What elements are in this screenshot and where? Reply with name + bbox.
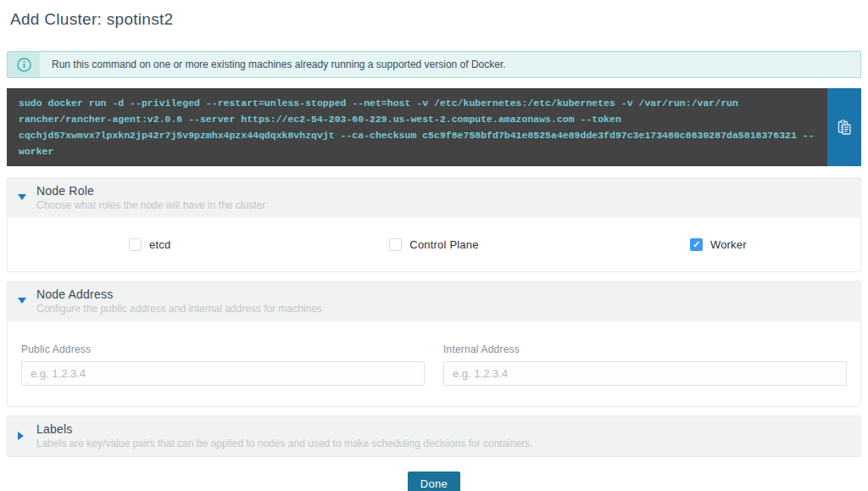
section-description: Configure the public address and interna… xyxy=(36,303,322,315)
footer: Done xyxy=(7,471,861,491)
docker-command-block: sudo docker run -d --privileged --restar… xyxy=(7,88,861,166)
role-col-worker: Worker xyxy=(576,238,860,251)
field-label: Internal Address xyxy=(443,343,847,355)
docker-command-text: sudo docker run -d --privileged --restar… xyxy=(7,88,827,166)
role-col-control-plane: Control Plane xyxy=(292,238,576,251)
labels-header-text: Labels Labels are key/value pairs that c… xyxy=(36,421,533,450)
caret-col xyxy=(18,421,36,450)
node-address-header[interactable]: Node Address Configure the public addres… xyxy=(8,282,860,321)
checkbox-label: Control Plane xyxy=(409,238,478,251)
labels-header[interactable]: Labels Labels are key/value pairs that c… xyxy=(8,416,860,456)
checkbox-icon xyxy=(389,238,402,251)
clipboard-icon xyxy=(837,120,851,135)
section-node-role: Node Role Choose what roles the node wil… xyxy=(7,177,861,272)
info-banner: Run this command on one or more existing… xyxy=(7,51,861,78)
checkbox-icon xyxy=(690,238,703,251)
section-title: Node Role xyxy=(36,183,265,198)
public-address-input[interactable] xyxy=(21,361,425,386)
section-title: Labels xyxy=(36,421,533,437)
checkbox-icon xyxy=(129,238,142,251)
public-address-field: Public Address xyxy=(21,343,425,386)
node-role-header-text: Node Role Choose what roles the node wil… xyxy=(36,183,265,212)
role-col-etcd: etcd xyxy=(8,238,292,251)
etcd-checkbox[interactable]: etcd xyxy=(129,238,170,251)
field-label: Public Address xyxy=(21,343,425,355)
chevron-down-icon xyxy=(18,194,26,200)
section-description: Labels are key/value pairs that can be a… xyxy=(36,438,533,450)
chevron-right-icon xyxy=(18,432,24,440)
internal-address-input[interactable] xyxy=(443,361,847,386)
page-title: Add Cluster: spotinst2 xyxy=(10,10,861,29)
chevron-down-icon xyxy=(18,298,26,304)
section-title: Node Address xyxy=(36,287,322,302)
done-button[interactable]: Done xyxy=(408,471,460,491)
control-plane-checkbox[interactable]: Control Plane xyxy=(389,238,478,251)
section-description: Choose what roles the node will have in … xyxy=(36,199,265,212)
banner-message: Run this command on one or more existing… xyxy=(40,59,506,70)
internal-address-field: Internal Address xyxy=(443,343,847,386)
checkbox-label: Worker xyxy=(710,238,747,251)
section-node-address: Node Address Configure the public addres… xyxy=(7,281,861,407)
node-role-header[interactable]: Node Role Choose what roles the node wil… xyxy=(8,178,860,218)
checkbox-label: etcd xyxy=(149,238,170,251)
caret-col xyxy=(18,287,36,315)
node-address-form: Public Address Internal Address xyxy=(8,321,860,406)
worker-checkbox[interactable]: Worker xyxy=(690,238,747,251)
node-address-header-text: Node Address Configure the public addres… xyxy=(36,287,322,315)
info-icon-box xyxy=(8,52,40,77)
caret-col xyxy=(18,183,36,212)
copy-command-button[interactable] xyxy=(827,88,861,166)
node-role-options: etcd Control Plane Worker xyxy=(8,218,860,271)
info-icon xyxy=(17,58,31,72)
add-cluster-page: Add Cluster: spotinst2 Run this command … xyxy=(0,10,868,491)
section-labels: Labels Labels are key/value pairs that c… xyxy=(7,416,861,457)
